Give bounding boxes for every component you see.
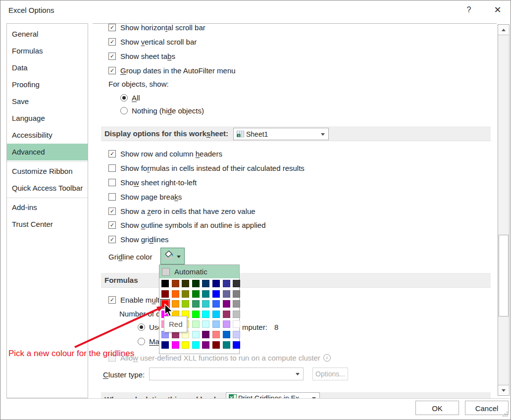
enable-multithreaded-calculation-label[interactable]: Enable mult: [120, 296, 159, 304]
show-gridlines-row[interactable]: ✓Show gridlines: [108, 235, 169, 244]
sidebar-item-proofing[interactable]: Proofing: [7, 76, 88, 93]
color-swatch[interactable]: [172, 280, 179, 287]
show-zero-in-cells-label[interactable]: Show a zero in cells that have zero valu…: [120, 207, 256, 215]
sidebar-item-general[interactable]: General: [7, 26, 88, 43]
color-swatch[interactable]: [233, 280, 240, 287]
show-row-column-headers-label[interactable]: Show row and column headers: [120, 150, 222, 158]
radio-button[interactable]: [120, 94, 128, 102]
checkbox[interactable]: ✓: [108, 38, 116, 46]
color-swatch[interactable]: [223, 311, 230, 318]
sidebar-item-add-ins[interactable]: Add-ins: [7, 199, 88, 216]
color-swatch[interactable]: [212, 290, 220, 298]
checkbox[interactable]: ✓: [108, 150, 116, 158]
show-page-breaks-row[interactable]: Show page breaks: [108, 193, 182, 201]
show-zero-in-cells-row[interactable]: ✓Show a zero in cells that have zero val…: [108, 207, 256, 215]
color-swatch[interactable]: [233, 290, 240, 298]
objects-show-all-row[interactable]: All: [120, 94, 140, 102]
show-horizontal-scroll-bar-label[interactable]: Show horizontal scroll bar: [120, 23, 205, 32]
cluster-type-dropdown[interactable]: [149, 368, 304, 380]
color-swatch[interactable]: [192, 331, 200, 338]
color-swatch[interactable]: [233, 300, 240, 308]
scroll-up-button[interactable]: [498, 25, 509, 35]
color-swatch[interactable]: [161, 290, 169, 298]
color-swatch[interactable]: [212, 331, 220, 338]
color-swatch[interactable]: [172, 300, 179, 308]
show-formulas-in-cells-row[interactable]: Show formulas in cells instead of their …: [108, 164, 305, 172]
color-swatch[interactable]: [182, 300, 189, 308]
gridline-color-button[interactable]: [160, 248, 185, 264]
radio-button[interactable]: [138, 338, 145, 345]
sidebar-item-data[interactable]: Data: [7, 59, 88, 76]
color-swatch[interactable]: [233, 331, 240, 338]
show-row-column-headers-row[interactable]: ✓Show row and column headers: [108, 150, 222, 158]
show-outline-symbols-row[interactable]: ✓Show outline symbols if an outline is a…: [108, 221, 266, 229]
checkbox[interactable]: ✓: [108, 67, 116, 74]
checkbox[interactable]: [108, 164, 116, 172]
color-swatch[interactable]: [233, 320, 240, 328]
options-button[interactable]: Options...: [312, 368, 348, 380]
color-swatch[interactable]: [161, 300, 169, 308]
color-swatch[interactable]: [223, 331, 230, 338]
show-horizontal-scroll-bar-row[interactable]: ✓Show horizontal scroll bar: [108, 23, 205, 32]
color-swatch[interactable]: [223, 320, 230, 328]
show-sheet-tabs-label[interactable]: Show sheet tabs: [120, 52, 175, 60]
show-gridlines-label[interactable]: Show gridlines: [120, 235, 169, 244]
sidebar-item-save[interactable]: Save: [7, 93, 88, 110]
color-swatch[interactable]: [202, 331, 209, 338]
automatic-color-item[interactable]: Automatic: [159, 265, 239, 278]
color-swatch[interactable]: [192, 290, 200, 298]
checkbox[interactable]: ✓: [108, 52, 116, 60]
color-swatch[interactable]: [212, 280, 220, 287]
close-icon[interactable]: ✕: [492, 4, 503, 16]
color-swatch[interactable]: [233, 311, 240, 318]
sidebar-item-trust-center[interactable]: Trust Center: [7, 216, 88, 233]
color-swatch[interactable]: [202, 311, 209, 318]
color-swatch[interactable]: [192, 311, 200, 318]
manual-threads-label[interactable]: Ma: [149, 337, 159, 346]
show-formulas-in-cells-label[interactable]: Show formulas in cells instead of their …: [120, 164, 305, 172]
color-swatch[interactable]: [182, 341, 189, 349]
ok-button[interactable]: OK: [415, 401, 459, 415]
sidebar-item-formulas[interactable]: Formulas: [7, 43, 88, 59]
show-outline-symbols-label[interactable]: Show outline symbols if an outline is ap…: [120, 221, 266, 229]
checkbox[interactable]: ✓: [108, 236, 116, 243]
radio-button[interactable]: [120, 107, 128, 114]
show-page-breaks-label[interactable]: Show page breaks: [120, 193, 182, 201]
color-swatch[interactable]: [212, 320, 220, 328]
color-swatch[interactable]: [233, 341, 240, 349]
objects-show-all-label[interactable]: All: [132, 94, 140, 102]
color-swatch[interactable]: [212, 341, 220, 349]
color-swatch[interactable]: [172, 290, 179, 298]
color-swatch[interactable]: [161, 341, 169, 349]
sidebar-item-quick-access-toolbar[interactable]: Quick Access Toolbar: [7, 180, 88, 197]
sidebar-item-accessibility[interactable]: Accessibility: [7, 127, 88, 144]
group-dates-autofilter-label[interactable]: Group dates in the AutoFilter menu: [120, 66, 236, 75]
help-icon[interactable]: ?: [464, 5, 474, 15]
color-swatch[interactable]: [161, 280, 169, 287]
color-swatch[interactable]: [202, 290, 209, 298]
checkbox[interactable]: [108, 193, 116, 201]
color-swatch[interactable]: [223, 290, 230, 298]
checkbox[interactable]: ✓: [108, 221, 116, 229]
checkbox[interactable]: ✓: [108, 24, 116, 31]
scrollbar-thumb[interactable]: [499, 235, 509, 316]
sidebar-item-customize-ribbon[interactable]: Customize Ribbon: [7, 163, 88, 180]
show-vertical-scroll-bar-label[interactable]: Show vertical scroll bar: [120, 38, 197, 46]
chevron-down-icon[interactable]: [177, 256, 181, 258]
color-swatch[interactable]: [182, 290, 189, 298]
color-swatch[interactable]: [212, 311, 220, 318]
cancel-button[interactable]: Cancel: [465, 401, 509, 415]
color-swatch[interactable]: [192, 300, 200, 308]
manual-threads-row[interactable]: Ma: [138, 337, 159, 346]
checkbox[interactable]: [108, 179, 116, 186]
scroll-down-button[interactable]: [498, 385, 509, 395]
show-sheet-right-to-left-label[interactable]: Show sheet right-to-left: [120, 178, 197, 187]
color-swatch[interactable]: [202, 280, 209, 287]
worksheet-selector-dropdown[interactable]: x Sheet1: [233, 128, 329, 140]
checkbox[interactable]: ✓: [108, 208, 116, 215]
sidebar-item-advanced[interactable]: Advanced: [7, 144, 88, 160]
show-sheet-tabs-row[interactable]: ✓Show sheet tabs: [108, 52, 175, 60]
color-swatch[interactable]: [202, 300, 209, 308]
resize-grip-icon[interactable]: [503, 412, 504, 413]
radio-button[interactable]: [138, 323, 145, 331]
